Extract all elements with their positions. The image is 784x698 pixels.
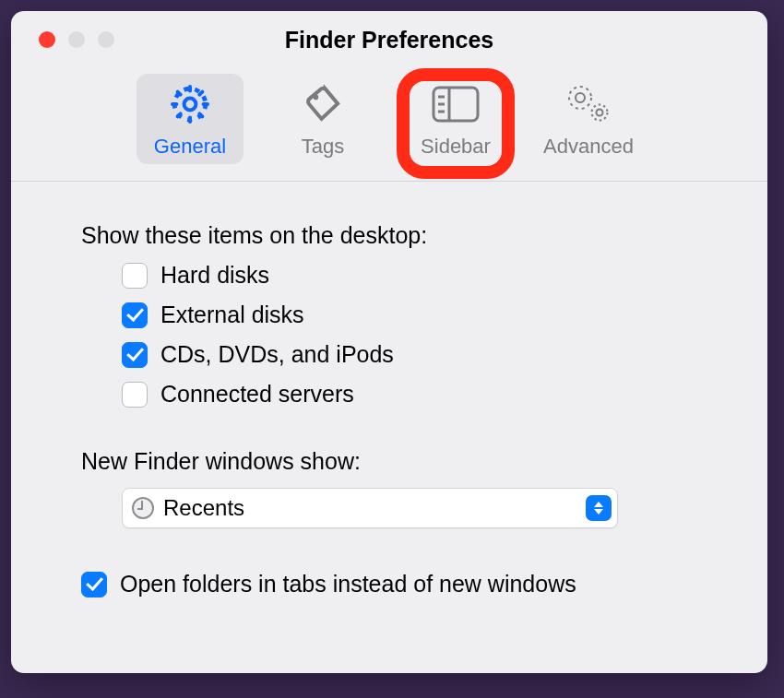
new-windows-heading: New Finder windows show: bbox=[81, 448, 697, 475]
tab-label: General bbox=[154, 135, 226, 159]
checkbox-cds-dvds-ipods[interactable] bbox=[122, 342, 148, 368]
gear-icon bbox=[168, 74, 212, 135]
checkbox-row-hard-disks: Hard disks bbox=[122, 262, 697, 289]
svg-point-11 bbox=[592, 105, 608, 121]
general-pane: Show these items on the desktop: Hard di… bbox=[11, 182, 767, 597]
svg-point-0 bbox=[184, 99, 196, 111]
tab-tags[interactable]: Tags bbox=[269, 74, 376, 164]
new-windows-dropdown[interactable]: Recents bbox=[122, 488, 618, 528]
window-controls bbox=[11, 31, 114, 48]
checkbox-label: Connected servers bbox=[160, 381, 354, 408]
checkbox-connected-servers[interactable] bbox=[122, 382, 148, 408]
titlebar: Finder Preferences bbox=[11, 11, 767, 68]
desktop-items-list: Hard disks External disks CDs, DVDs, and… bbox=[81, 262, 697, 408]
gears-icon bbox=[564, 74, 612, 135]
checkbox-label: Hard disks bbox=[160, 262, 269, 289]
zoom-button[interactable] bbox=[98, 31, 114, 48]
desktop-items-heading: Show these items on the desktop: bbox=[81, 222, 697, 249]
sidebar-icon bbox=[431, 74, 481, 135]
checkbox-open-in-tabs[interactable] bbox=[81, 572, 107, 597]
checkbox-label: CDs, DVDs, and iPods bbox=[160, 341, 394, 368]
window-title: Finder Preferences bbox=[11, 27, 767, 53]
checkbox-label: External disks bbox=[160, 302, 304, 328]
tab-sidebar[interactable]: Sidebar bbox=[402, 74, 509, 164]
tab-label: Advanced bbox=[543, 135, 634, 159]
clock-icon bbox=[132, 497, 154, 519]
dropdown-value: Recents bbox=[163, 495, 586, 521]
finder-preferences-window: Finder Preferences General Tags bbox=[11, 11, 767, 673]
svg-point-10 bbox=[597, 110, 603, 116]
tab-advanced[interactable]: Advanced bbox=[535, 74, 642, 164]
svg-point-8 bbox=[576, 93, 585, 102]
checkbox-label: Open folders in tabs instead of new wind… bbox=[120, 571, 576, 597]
checkbox-row-open-in-tabs: Open folders in tabs instead of new wind… bbox=[81, 571, 697, 597]
updown-arrows-icon bbox=[586, 495, 612, 521]
checkbox-row-external-disks: External disks bbox=[122, 302, 697, 328]
minimize-button[interactable] bbox=[68, 31, 85, 48]
svg-point-2 bbox=[314, 95, 319, 101]
preferences-toolbar: General Tags Sideb bbox=[11, 68, 767, 182]
checkbox-row-connected-servers: Connected servers bbox=[122, 381, 697, 408]
close-button[interactable] bbox=[39, 31, 55, 48]
checkbox-row-cds-dvds-ipods: CDs, DVDs, and iPods bbox=[122, 341, 697, 368]
tag-icon bbox=[301, 74, 345, 135]
tab-general[interactable]: General bbox=[137, 74, 244, 164]
tab-label: Tags bbox=[302, 135, 344, 159]
checkbox-external-disks[interactable] bbox=[122, 302, 148, 328]
svg-point-9 bbox=[569, 87, 591, 109]
checkbox-hard-disks[interactable] bbox=[122, 263, 148, 289]
tab-label: Sidebar bbox=[421, 135, 491, 159]
